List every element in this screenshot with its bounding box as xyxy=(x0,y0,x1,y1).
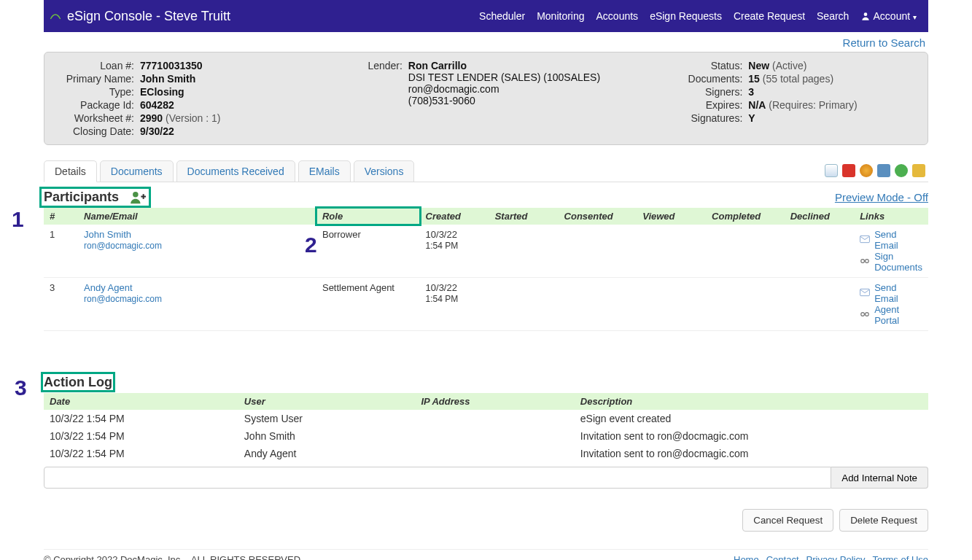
participant-name-cell: John Smithron@docmagic.com xyxy=(78,225,316,278)
svg-rect-7 xyxy=(860,289,870,295)
participant-name-link[interactable]: Andy Agent xyxy=(84,282,133,293)
footer-link-home[interactable]: Home xyxy=(734,554,759,560)
callout-box xyxy=(315,206,421,226)
brand: eSign Console - Steve Truitt xyxy=(50,9,230,24)
callout-box-1 xyxy=(39,187,151,208)
col--: # xyxy=(44,208,78,225)
col-name-email: Name/Email xyxy=(78,208,316,225)
pdf-icon[interactable] xyxy=(842,164,855,177)
lock-icon[interactable] xyxy=(912,164,925,177)
participant-row: 3Andy Agentron@docmagic.comSettlement Ag… xyxy=(44,278,928,331)
participant-name-cell: Andy Agentron@docmagic.com xyxy=(78,278,316,331)
empty-cell xyxy=(489,278,559,331)
acol-ip-address: IP Address xyxy=(415,393,574,410)
link-agent-portal[interactable]: Agent Portal xyxy=(874,304,922,326)
footer-link-contact[interactable]: Contact xyxy=(766,554,799,560)
lender-email: ron@docmagic.com xyxy=(408,83,600,95)
col-completed: Completed xyxy=(706,208,785,225)
callout-number-1: 1 xyxy=(12,207,24,232)
nav-link-monitoring[interactable]: Monitoring xyxy=(531,10,590,22)
col-viewed: Viewed xyxy=(637,208,706,225)
lender-phone: (708)531-9060 xyxy=(408,95,600,106)
cancel-request-button[interactable]: Cancel Request xyxy=(742,509,833,532)
link-sign-documents[interactable]: Sign Documents xyxy=(874,251,922,273)
participant-created: 10/3/221:54 PM xyxy=(420,278,489,331)
action-toolbar xyxy=(825,164,928,177)
participant-email: ron@docmagic.com xyxy=(84,241,162,251)
nav-links: SchedulerMonitoringAccountseSign Request… xyxy=(473,10,855,22)
col-started: Started xyxy=(489,208,559,225)
participants-table: #Name/EmailRoleCreatedStartedConsentedVi… xyxy=(44,208,928,331)
empty-cell xyxy=(785,225,854,278)
account-dropdown[interactable]: Account ▾ xyxy=(855,10,922,22)
callout-number-2: 2 xyxy=(305,233,317,257)
add-note-row: Add Internal Note xyxy=(44,467,928,489)
nav-link-esign-requests[interactable]: eSign Requests xyxy=(644,10,728,22)
action-row: 10/3/22 1:54 PMAndy AgentInvitation sent… xyxy=(44,445,928,462)
action-row: 10/3/22 1:54 PMSystem UsereSign event cr… xyxy=(44,410,928,427)
svg-point-6 xyxy=(866,259,869,262)
link-send-email[interactable]: Send Email xyxy=(874,229,922,251)
svg-point-5 xyxy=(861,259,865,262)
mail-icon xyxy=(860,288,870,299)
participant-num: 3 xyxy=(44,278,78,331)
participant-links: Send EmailAgent Portal xyxy=(854,278,928,331)
acol-date: Date xyxy=(44,393,238,410)
link-icon xyxy=(860,310,870,321)
add-internal-note-button[interactable]: Add Internal Note xyxy=(831,467,928,489)
page-icon[interactable] xyxy=(825,164,838,177)
account-label: Account xyxy=(874,10,911,22)
tab-emails[interactable]: EMails xyxy=(298,160,351,182)
svg-rect-4 xyxy=(860,236,870,242)
delete-request-button[interactable]: Delete Request xyxy=(839,509,928,532)
tab-documents[interactable]: Documents xyxy=(100,160,174,182)
empty-cell xyxy=(637,225,706,278)
empty-cell xyxy=(706,225,785,278)
nav-link-scheduler[interactable]: Scheduler xyxy=(473,10,531,22)
top-navbar: eSign Console - Steve Truitt SchedulerMo… xyxy=(44,0,928,32)
mail-icon xyxy=(860,235,870,246)
action-row: 10/3/22 1:54 PMJohn SmithInvitation sent… xyxy=(44,427,928,445)
tab-documents-received[interactable]: Documents Received xyxy=(176,160,295,182)
nav-link-accounts[interactable]: Accounts xyxy=(591,10,645,22)
return-to-search-link[interactable]: Return to Search xyxy=(843,36,925,49)
participant-links: Send EmailSign Documents xyxy=(854,225,928,278)
preview-mode-toggle[interactable]: Preview Mode - Off xyxy=(835,191,928,203)
nav-link-search[interactable]: Search xyxy=(811,10,855,22)
action-log-table: DateUserIP AddressDescription 10/3/22 1:… xyxy=(44,393,928,462)
col-links: Links xyxy=(854,208,928,225)
col-consented: Consented xyxy=(559,208,637,225)
person-icon xyxy=(860,11,871,21)
svg-point-0 xyxy=(864,12,868,16)
refresh-icon[interactable] xyxy=(895,164,908,177)
empty-cell xyxy=(489,225,559,278)
tab-versions[interactable]: Versions xyxy=(354,160,415,182)
brand-text: eSign Console - Steve Truitt xyxy=(67,9,230,24)
tab-details[interactable]: Details xyxy=(44,160,97,182)
participant-role: Borrower xyxy=(316,225,420,278)
footer: © Copyright 2022 DocMagic, Inc. - ALL RI… xyxy=(44,549,928,560)
col-created: Created xyxy=(420,208,489,225)
participant-name-link[interactable]: John Smith xyxy=(84,229,131,240)
lender-company: DSI TEST LENDER (SALES) (100SALES) xyxy=(408,71,600,83)
caret-down-icon: ▾ xyxy=(913,13,917,21)
callout-box xyxy=(41,372,115,392)
tabs-row: DetailsDocumentsDocuments ReceivedEMails… xyxy=(44,160,928,182)
empty-cell xyxy=(785,278,854,331)
empty-cell xyxy=(706,278,785,331)
col-declined: Declined xyxy=(785,208,854,225)
svg-point-8 xyxy=(861,312,865,316)
footer-link-privacy-policy[interactable]: Privacy Policy xyxy=(806,554,866,560)
internal-note-input[interactable] xyxy=(44,467,831,489)
link-send-email[interactable]: Send Email xyxy=(874,282,922,304)
participant-row: 1John Smithron@docmagic.comBorrower10/3/… xyxy=(44,225,928,278)
participant-num: 1 xyxy=(44,225,78,278)
participant-created: 10/3/221:54 PM xyxy=(420,225,489,278)
award-icon[interactable] xyxy=(860,164,873,177)
loan-summary-panel: Loan #:77710031350Primary Name:John Smit… xyxy=(44,52,928,145)
nav-link-create-request[interactable]: Create Request xyxy=(728,10,811,22)
participant-role: Settlement Agent xyxy=(316,278,420,331)
footer-link-terms-of-use[interactable]: Terms of Use xyxy=(872,554,928,560)
copyright-text: © Copyright 2022 DocMagic, Inc. - ALL RI… xyxy=(44,554,300,560)
print-icon[interactable] xyxy=(877,164,890,177)
